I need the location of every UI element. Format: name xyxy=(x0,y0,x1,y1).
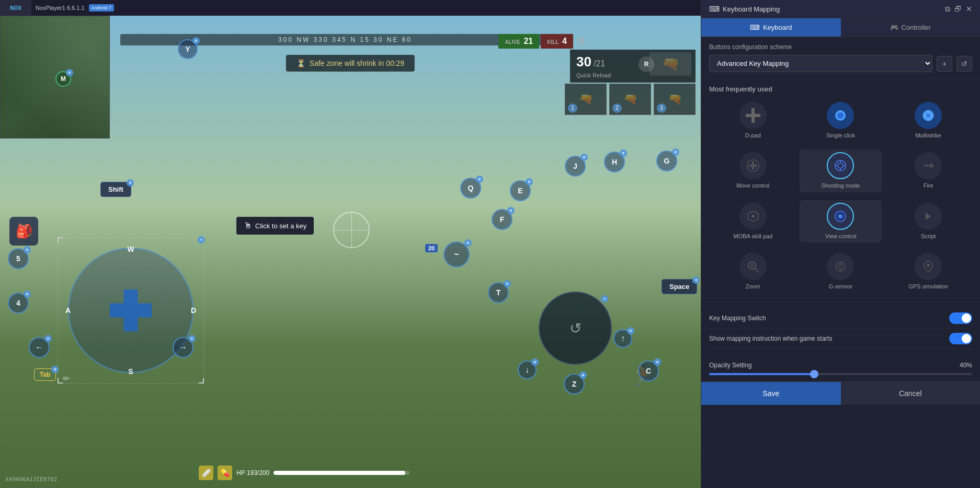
shift-close[interactable]: × xyxy=(127,179,134,187)
key-c[interactable]: C × xyxy=(638,361,659,381)
key-h[interactable]: H × xyxy=(604,152,625,172)
control-fire[interactable]: Fire xyxy=(887,149,970,192)
weapon-slot-1[interactable]: 🔫 1 xyxy=(565,84,607,115)
key-y[interactable]: Y × xyxy=(178,39,198,59)
key-left-close[interactable]: × xyxy=(44,335,52,342)
control-zoom[interactable]: Zoom xyxy=(712,250,794,293)
dpad-area[interactable]: W S A D × xyxy=(58,237,204,384)
key-e[interactable]: E × xyxy=(510,180,531,201)
key-h-close[interactable]: × xyxy=(620,149,627,157)
control-view[interactable]: View control xyxy=(800,200,882,242)
key-t[interactable]: T × xyxy=(488,282,509,303)
edit-icon[interactable]: ✏ xyxy=(63,374,70,384)
key-down[interactable]: ↓ × xyxy=(518,361,537,379)
rotation-close[interactable]: × xyxy=(601,295,608,303)
tab-controller[interactable]: 🎮 Controller xyxy=(841,18,981,37)
key-y-close[interactable]: × xyxy=(192,37,200,44)
toggle-switch-2[interactable] xyxy=(949,333,972,344)
key-m[interactable]: M × xyxy=(55,71,71,87)
shooting-mode-icon xyxy=(827,152,854,179)
control-gps[interactable]: GPS simulation xyxy=(887,250,970,293)
toggle-knob-2 xyxy=(962,334,971,343)
tilde-key[interactable]: ~ × xyxy=(443,241,470,268)
opacity-slider-thumb[interactable] xyxy=(810,370,818,378)
dpad-close[interactable]: × xyxy=(198,236,205,243)
hp-icon-1: 🩹 xyxy=(199,466,213,480)
panel-restore-btn[interactable]: 🗗 xyxy=(954,5,962,14)
slot-num-3: 3 xyxy=(657,103,666,113)
resize-handle-bl[interactable] xyxy=(58,378,63,384)
key-num5[interactable]: 5 × xyxy=(8,248,29,269)
key-q[interactable]: Q × xyxy=(460,178,481,199)
key-z-close[interactable]: × xyxy=(579,371,587,379)
panel-title: ⌨ Keyboard Mapping xyxy=(709,5,780,13)
key-e-close[interactable]: × xyxy=(526,178,533,185)
key-right-close[interactable]: × xyxy=(188,335,196,342)
rotation-dial[interactable]: ↺ × xyxy=(539,292,612,365)
resize-handle-br[interactable] xyxy=(199,378,204,384)
space-key[interactable]: Space × xyxy=(662,279,697,294)
panel-minimize-btn[interactable]: ⧉ xyxy=(945,5,950,14)
weapon-slot-3[interactable]: 🔫 3 xyxy=(654,84,696,115)
space-close[interactable]: × xyxy=(692,276,700,284)
key-g-close[interactable]: × xyxy=(672,148,679,156)
control-single-click[interactable]: Single click xyxy=(800,99,882,142)
weapon-icon-3: 🔫 xyxy=(668,92,682,106)
weapon-slot-2[interactable]: 🔫 2 xyxy=(609,84,651,115)
key-right[interactable]: → × xyxy=(173,337,193,358)
control-grid: D-pad Single click xyxy=(709,99,972,293)
control-shooting-mode[interactable]: Shooting mode xyxy=(800,149,882,192)
moba-icon xyxy=(739,203,767,230)
key-m-close[interactable]: × xyxy=(66,69,73,76)
right-panel: ⌨ Keyboard Mapping ⧉ 🗗 ✕ ⌨ Keyboard 🎮 Co… xyxy=(701,0,980,488)
resize-handle-tl[interactable] xyxy=(58,237,63,242)
single-click-label: Single click xyxy=(826,132,855,139)
key-num4[interactable]: 4 × xyxy=(8,293,29,313)
key-num5-close[interactable]: × xyxy=(24,246,31,253)
key-g[interactable]: G × xyxy=(656,150,677,171)
key-up[interactable]: ↑ × xyxy=(613,329,632,348)
dpad-cross[interactable] xyxy=(110,289,152,331)
config-add-btn[interactable]: + xyxy=(937,56,952,72)
toggle-switch-1[interactable] xyxy=(949,312,972,324)
control-move[interactable]: Move control xyxy=(712,149,794,192)
config-reset-btn[interactable]: ↺ xyxy=(956,56,972,72)
freq-section: Most frequently used D-pad xyxy=(701,79,980,299)
key-j[interactable]: J × xyxy=(565,156,586,177)
nox-logo-text: NOX xyxy=(10,5,21,11)
crosshair xyxy=(333,212,370,248)
key-left[interactable]: ← × xyxy=(29,337,50,358)
key-z[interactable]: Z × xyxy=(564,374,585,394)
backpack-icon[interactable]: 🎒 xyxy=(9,217,38,246)
key-t-close[interactable]: × xyxy=(504,280,511,287)
key-f[interactable]: F × xyxy=(492,209,512,230)
svg-point-17 xyxy=(838,214,842,218)
safe-zone-text: Safe zone will shrink in 00:29 xyxy=(310,59,404,67)
svg-point-1 xyxy=(837,112,844,119)
opacity-slider[interactable] xyxy=(709,373,972,375)
key-q-close[interactable]: × xyxy=(476,176,483,183)
key-down-close[interactable]: × xyxy=(531,358,539,366)
control-moba[interactable]: MOBA skill pad xyxy=(712,200,794,242)
control-multistrike[interactable]: Multistrike xyxy=(887,99,970,142)
control-gsensor[interactable]: G-sensor xyxy=(800,250,882,293)
key-c-close[interactable]: × xyxy=(654,358,661,366)
save-button[interactable]: Save xyxy=(701,382,841,405)
cancel-button[interactable]: Cancel xyxy=(841,382,981,405)
control-script[interactable]: Script xyxy=(887,200,970,242)
settings-icon[interactable]: ⚙ xyxy=(577,36,586,47)
shift-key[interactable]: Shift × xyxy=(100,182,131,197)
control-dpad[interactable]: D-pad xyxy=(712,99,794,142)
key-j-close[interactable]: × xyxy=(580,154,588,161)
move-control-label: Move control xyxy=(736,182,769,189)
key-num4-close[interactable]: × xyxy=(24,291,31,298)
config-select[interactable]: Advanced Key Mapping xyxy=(709,55,932,72)
key-f-close[interactable]: × xyxy=(507,207,515,214)
tab-key[interactable]: Tab × xyxy=(34,368,56,381)
panel-close-btn[interactable]: ✕ xyxy=(966,5,972,14)
weapon-slots: 🔫 1 🔫 2 🔫 3 xyxy=(565,84,696,115)
config-label: Buttons configuration scheme xyxy=(709,43,972,51)
tilde-close[interactable]: × xyxy=(464,239,472,247)
key-up-close[interactable]: × xyxy=(627,327,634,334)
tab-keyboard[interactable]: ⌨ Keyboard xyxy=(701,18,841,37)
